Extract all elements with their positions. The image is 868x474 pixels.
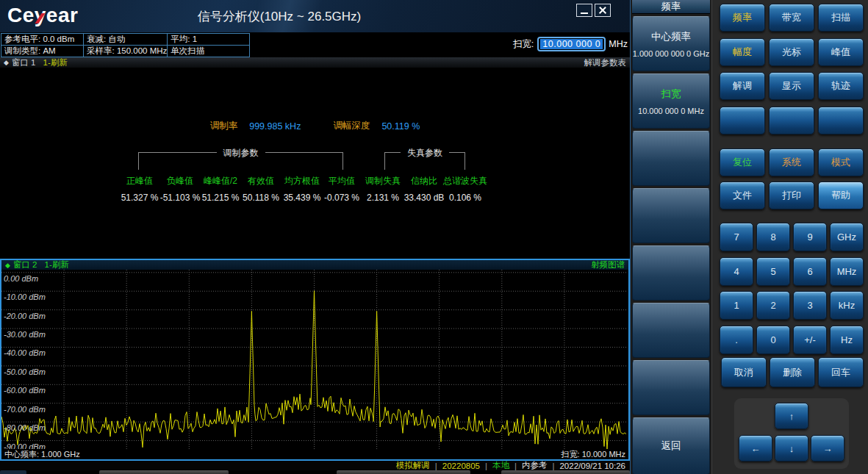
y-axis-tick-label: 0.00 dBm xyxy=(4,274,38,283)
status-bar: 模拟解调|20220805|本地|内参考|2022/09/21 10:26 xyxy=(0,461,630,470)
status-separator: | xyxy=(552,462,554,470)
param-value: 51.327 % xyxy=(121,193,159,203)
key-MHz[interactable]: MHz xyxy=(830,257,864,286)
y-axis-tick-label: -90.00 dBm xyxy=(4,442,46,449)
taskbar-item[interactable] xyxy=(99,470,229,474)
key-+/-[interactable]: +/- xyxy=(793,326,827,354)
param-value: -0.073 % xyxy=(324,193,359,203)
minimize-button[interactable] xyxy=(576,4,592,17)
key-GHz[interactable]: GHz xyxy=(830,223,864,251)
settings-cell: 单次扫描 xyxy=(168,46,250,57)
window1-title: 窗口 1 xyxy=(12,57,36,68)
key-0[interactable]: 0 xyxy=(756,326,790,354)
key-kHz[interactable]: kHz xyxy=(830,291,864,320)
key-回车[interactable]: 回车 xyxy=(818,357,864,387)
y-axis-tick-label: -40.00 dBm xyxy=(4,348,46,357)
key-blank[interactable] xyxy=(769,107,814,134)
key-4[interactable]: 4 xyxy=(720,257,753,286)
param-value: 33.430 dB xyxy=(404,193,445,203)
app-title: 信号分析仪(10Hz ~ 26.5GHz) xyxy=(0,8,559,25)
arrow-keypad: ↑←↓→ xyxy=(734,398,849,469)
span-unit: MHz xyxy=(609,39,628,49)
close-button[interactable] xyxy=(595,4,611,17)
key-arrow-left[interactable]: ← xyxy=(739,435,772,462)
settings-cell: 调制类型: AM xyxy=(1,46,84,57)
softkey-back[interactable]: 返回 xyxy=(632,417,710,474)
key-arrow-up[interactable]: ↑ xyxy=(775,403,808,429)
key-轨迹[interactable]: 轨迹 xyxy=(818,72,864,100)
key-blank[interactable] xyxy=(720,107,765,134)
key-帮助[interactable]: 帮助 xyxy=(818,182,864,209)
softkey-list: 中心频率1.000 000 000 0 GHz扫宽10.000 000 0 MH… xyxy=(632,16,710,474)
window2-rf-spectrum: ◆ 窗口 2 1-刷新 射频图谱 0.00 dBm-10.00 dBm-20.0… xyxy=(0,259,630,461)
key-arrow-down[interactable]: ↓ xyxy=(775,435,808,462)
key-光标[interactable]: 光标 xyxy=(769,38,814,66)
spectrum-trace xyxy=(1,291,626,449)
key-5[interactable]: 5 xyxy=(756,257,790,286)
key-模式[interactable]: 模式 xyxy=(818,148,864,176)
param-value: 35.439 % xyxy=(284,193,321,203)
window1-header[interactable]: ◆ 窗口 1 1-刷新 解调参数表 xyxy=(0,57,630,68)
softkey-0[interactable]: 中心频率1.000 000 000 0 GHz xyxy=(632,16,710,71)
settings-row: 调制类型: AM采样率: 150.000 MHz单次扫描 xyxy=(1,46,250,57)
key-显示[interactable]: 显示 xyxy=(769,72,814,100)
key-.[interactable]: . xyxy=(720,326,753,354)
softkey-blank-2[interactable] xyxy=(632,131,710,186)
key-blank[interactable] xyxy=(818,107,864,134)
key-1[interactable]: 1 xyxy=(720,291,753,320)
taskbar-item[interactable] xyxy=(0,470,26,474)
key-9[interactable]: 9 xyxy=(793,223,827,251)
taskbar-item[interactable] xyxy=(337,470,470,474)
softkey-1[interactable]: 扫宽10.000 000 0 MHz xyxy=(632,73,710,129)
span-input[interactable]: 10.000 000 0 xyxy=(537,37,606,51)
key-系统[interactable]: 系统 xyxy=(769,148,814,176)
settings-cell: 参考电平: 0.0 dBm xyxy=(1,34,84,46)
key-2[interactable]: 2 xyxy=(756,291,790,320)
taskbar-item[interactable] xyxy=(501,470,630,474)
window1-body: 调制率 999.985 kHz 调幅深度 50.119 % 调制参数 失真参数 … xyxy=(0,68,630,259)
status-item: 2022/09/21 10:26 xyxy=(559,462,625,470)
key-3[interactable]: 3 xyxy=(793,291,827,320)
key-解调[interactable]: 解调 xyxy=(720,72,765,100)
key-文件[interactable]: 文件 xyxy=(720,182,765,209)
settings-cell: 平均: 1 xyxy=(168,34,250,46)
mod-rate-label: 调制率 xyxy=(210,120,238,132)
signal-analyzer-screen: Ceyear 信号分析仪(10Hz ~ 26.5GHz) 参考电平: 0.0 d… xyxy=(0,0,868,474)
key-复位[interactable]: 复位 xyxy=(720,148,765,176)
status-separator: | xyxy=(485,462,487,470)
key-峰值[interactable]: 峰值 xyxy=(818,38,864,66)
settings-cell: 采样率: 150.000 MHz xyxy=(84,46,168,57)
window2-annotation-row: 中心频率: 1.000 GHz 扫宽: 10.000 MHz xyxy=(1,449,628,459)
key-arrow-right[interactable]: → xyxy=(811,435,844,462)
key-扫描[interactable]: 扫描 xyxy=(818,4,864,32)
window2-title: 窗口 2 xyxy=(13,259,37,270)
main-window: Ceyear 信号分析仪(10Hz ~ 26.5GHz) 参考电平: 0.0 d… xyxy=(0,0,630,474)
softkey-blank-3[interactable] xyxy=(632,188,710,243)
spectrum-svg xyxy=(1,270,627,449)
window1-corner-label: 解调参数表 xyxy=(584,57,627,68)
key-带宽[interactable]: 带宽 xyxy=(769,4,814,32)
key-Hz[interactable]: Hz xyxy=(830,326,864,354)
key-取消[interactable]: 取消 xyxy=(721,357,767,387)
softkey-blank-5[interactable] xyxy=(632,303,710,358)
softkey-blank-6[interactable] xyxy=(632,360,710,415)
taskbar-strip xyxy=(0,470,630,474)
span-entry: 扫宽: 10.000 000 0 MHz xyxy=(513,36,628,52)
param-value: -51.103 % xyxy=(160,193,201,203)
softkey-blank-4[interactable] xyxy=(632,245,710,301)
key-频率[interactable]: 频率 xyxy=(720,4,765,32)
span-entry-label: 扫宽: xyxy=(513,38,534,51)
key-删除[interactable]: 删除 xyxy=(770,357,815,387)
y-axis-tick-label: -80.00 dBm xyxy=(4,423,46,432)
modulation-params-bracket: 调制参数 xyxy=(138,152,343,170)
window1-diamond-icon: ◆ xyxy=(4,59,9,66)
key-打印[interactable]: 打印 xyxy=(769,182,814,209)
key-8[interactable]: 8 xyxy=(756,223,790,251)
key-6[interactable]: 6 xyxy=(793,257,827,286)
window2-header[interactable]: ◆ 窗口 2 1-刷新 射频图谱 xyxy=(1,260,628,270)
param-name: 调制失真 xyxy=(365,175,401,187)
key-7[interactable]: 7 xyxy=(720,223,753,251)
window-controls xyxy=(576,4,611,17)
key-幅度[interactable]: 幅度 xyxy=(720,38,765,66)
softkey-label: 中心频率 xyxy=(651,30,691,43)
